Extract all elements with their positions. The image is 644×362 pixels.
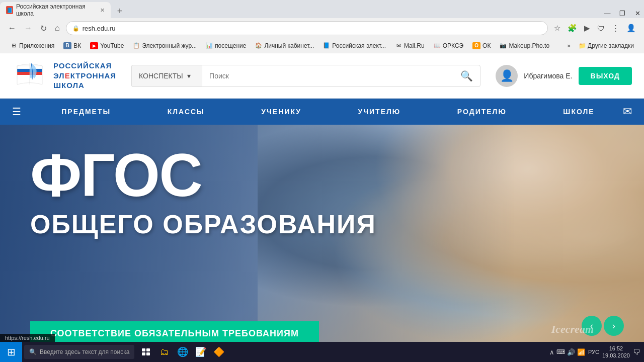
app-button[interactable]: 🔶 [211, 343, 227, 361]
file-explorer-button[interactable]: 🗂 [156, 343, 173, 361]
bookmark-ok-label: ОК [482, 42, 491, 49]
site-nav: ☰ ПРЕДМЕТЫ КЛАССЫ УЧЕНИКУ УЧИТЕЛЮ РОДИТЕ… [0, 99, 644, 125]
bookmark-apps[interactable]: ⊞ Приложения [6, 41, 58, 50]
browser-chrome: 📘 Российская электронная школа ✕ + — ❐ ✕… [0, 0, 644, 53]
nav-mail-icon[interactable]: ✉ [623, 105, 632, 118]
active-tab[interactable]: 📘 Российская электронная школа ✕ [0, 2, 111, 18]
tab-title: Российская электронная школа [16, 3, 93, 17]
bookmark-ok[interactable]: О ОК [468, 41, 495, 50]
status-url: https://resh.edu.ru [5, 335, 50, 341]
address-right-icons: ☆ 🧩 ▶ 🛡 ⋮ 👤 [552, 23, 638, 34]
chrome-button[interactable]: 🌐 [175, 343, 191, 361]
window-controls: — ❐ ✕ [601, 8, 644, 18]
tab-bar: 📘 Российская электронная школа ✕ + — ❐ ✕ [0, 0, 644, 18]
bookmark-cabinet[interactable]: 🏠 Личный кабинет... [251, 41, 318, 50]
taskbar-search-icon: 🔍 [29, 348, 37, 355]
search-type-dropdown[interactable]: КОНСПЕКТЫ ▾ [131, 65, 202, 87]
apps-icon: ⊞ [10, 42, 17, 49]
dropdown-label: КОНСПЕКТЫ [139, 72, 183, 80]
bookmark-orkse[interactable]: 📖 ОРКСЭ [430, 41, 467, 50]
nav-item-classes[interactable]: КЛАССЫ [164, 108, 209, 116]
start-icon: ⊞ [7, 346, 16, 358]
bookmark-youtube[interactable]: ▶ YouTube [86, 41, 128, 50]
taskbar: ⊞ 🔍 Введите здесь текст для поиска 🗂 🌐 📝… [0, 342, 644, 362]
bookmark-vk[interactable]: В ВК [59, 41, 85, 50]
nav-item-student[interactable]: УЧЕНИКУ [257, 108, 305, 116]
logo-line1: РОССИЙСКАЯ [53, 61, 116, 71]
reload-button[interactable]: ↻ [38, 22, 49, 35]
taskview-button[interactable] [138, 343, 154, 361]
hamburger-menu-icon[interactable]: ☰ [12, 106, 21, 118]
vk-icon: В [63, 42, 71, 49]
logo-area: РОССИЙСКАЯ ЭЛЕКТРОННАЯ ШКОЛА [12, 58, 116, 94]
carousel-next-button[interactable]: › [604, 316, 624, 336]
network-icon[interactable]: 📶 [577, 348, 585, 356]
taskbar-right: ∧ ⌨ 🔊 📶 РУС 16:52 19.03.2020 🗨 [549, 345, 644, 359]
bookmark-makeup[interactable]: 📷 Makeup.Pho.to [496, 41, 553, 50]
other-bookmarks-folder[interactable]: 📁 Другие закладки [575, 41, 638, 50]
system-tray-icons: ∧ ⌨ 🔊 📶 [549, 348, 585, 356]
profile-button[interactable]: 👤 [624, 23, 638, 34]
youtube-bookmark-button[interactable]: ▶ [582, 23, 592, 34]
start-button[interactable]: ⊞ [0, 342, 22, 362]
address-box[interactable]: 🔒 resh.edu.ru [66, 21, 548, 35]
nav-item-school[interactable]: ШКОЛЕ [559, 108, 598, 116]
taskbar-search[interactable]: 🔍 Введите здесь текст для поиска [24, 345, 134, 359]
taskbar-search-placeholder: Введите здесь текст для поиска [40, 348, 129, 355]
forward-button[interactable]: → [22, 22, 34, 35]
bookmark-apps-label: Приложения [19, 42, 54, 49]
date-display: 19.03.2020 [602, 352, 630, 359]
bookmark-makeup-label: Makeup.Pho.to [509, 42, 549, 49]
bookmark-journal-label: Электронный жур... [142, 42, 197, 49]
volume-icon[interactable]: 🔊 [567, 348, 575, 356]
cabinet-icon: 🏠 [255, 42, 262, 49]
bookmark-orkse-label: ОРКСЭ [443, 42, 463, 49]
search-button[interactable]: 🔍 [460, 70, 473, 82]
hero-subtitle: ОБЩЕГО ОБРАЗОВАНИЯ [30, 209, 624, 239]
folder-icon: 📁 [579, 42, 586, 49]
bookmark-resh-label: Российская элект... [332, 42, 386, 49]
hero-title: ФГОС [30, 145, 624, 205]
more-button[interactable]: ⋮ [610, 23, 621, 34]
close-window-button[interactable]: ✕ [631, 8, 644, 18]
maximize-button[interactable]: ❐ [616, 8, 629, 18]
adblock-button[interactable]: 🛡 [595, 23, 607, 34]
minimize-button[interactable]: — [601, 8, 614, 18]
hero-section: ФГОС ОБЩЕГО ОБРАЗОВАНИЯ СООТВЕТСТВИЕ ОБЯ… [0, 125, 644, 346]
svg-rect-7 [142, 352, 145, 355]
user-area: 👤 Ибрагимова Е. ВЫХОД [496, 65, 632, 87]
site-header: РОССИЙСКАЯ ЭЛЕКТРОННАЯ ШКОЛА КОНСПЕКТЫ ▾… [0, 53, 644, 99]
tab-close-button[interactable]: ✕ [100, 7, 105, 14]
bookmark-mail[interactable]: ✉ Mail.Ru [391, 41, 429, 50]
logout-button[interactable]: ВЫХОД [579, 67, 632, 85]
back-button[interactable]: ← [6, 22, 18, 35]
svg-rect-6 [146, 348, 150, 351]
new-tab-button[interactable]: + [113, 4, 127, 18]
nav-item-parent[interactable]: РОДИТЕЛЮ [453, 108, 511, 116]
url-text: resh.edu.ru [83, 25, 116, 32]
avatar: 👤 [496, 65, 518, 87]
extensions-button[interactable]: 🧩 [566, 23, 579, 34]
home-button[interactable]: ⌂ [53, 22, 62, 35]
bookmark-visit[interactable]: 📊 посещение [202, 41, 250, 50]
bookmark-star-button[interactable]: ☆ [552, 23, 562, 34]
bookmark-resh[interactable]: 📘 Российская элект... [319, 41, 390, 50]
search-input[interactable] [209, 72, 460, 80]
notification-button[interactable]: 🗨 [633, 348, 640, 356]
site-wrapper: РОССИЙСКАЯ ЭЛЕКТРОННАЯ ШКОЛА КОНСПЕКТЫ ▾… [0, 53, 644, 346]
show-hidden-icon[interactable]: ∧ [549, 348, 554, 356]
nav-item-subjects[interactable]: ПРЕДМЕТЫ [57, 108, 115, 116]
taskbar-clock[interactable]: 16:52 19.03.2020 [602, 345, 630, 359]
taskbar-icons: 🗂 🌐 📝 🔶 [138, 343, 227, 361]
search-area: КОНСПЕКТЫ ▾ 🔍 [131, 65, 480, 87]
word-button[interactable]: 📝 [193, 343, 209, 361]
svg-rect-8 [146, 352, 150, 355]
more-bookmarks-button[interactable]: » [564, 41, 574, 50]
language-indicator[interactable]: РУС [588, 349, 599, 355]
nav-items: ПРЕДМЕТЫ КЛАССЫ УЧЕНИКУ УЧИТЕЛЮ РОДИТЕЛЮ… [33, 108, 623, 116]
bookmark-journal[interactable]: 📋 Электронный жур... [129, 41, 201, 50]
logo-text: РОССИЙСКАЯ ЭЛЕКТРОННАЯ ШКОЛА [53, 61, 116, 90]
search-input-wrap: 🔍 [202, 65, 480, 87]
nav-item-teacher[interactable]: УЧИТЕЛЮ [354, 108, 405, 116]
other-bookmarks-label: Другие закладки [588, 42, 634, 49]
